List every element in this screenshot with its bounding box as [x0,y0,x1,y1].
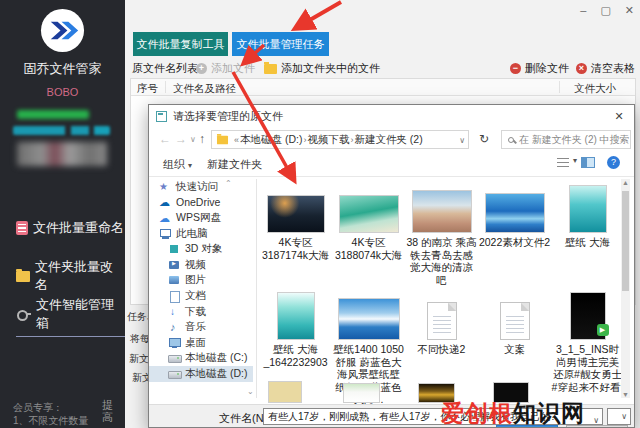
tree-item-音乐[interactable]: 音乐 [149,319,253,335]
file-name: 3_1_5_INS时尚男博主完美还原#靓女勇士#穿起来不好看! [552,343,624,393]
up-icon[interactable]: ↑ [199,132,205,146]
x-circle-icon: × [576,63,587,74]
redacted-text-block [17,142,107,166]
image-thumbnail-partial[interactable] [343,383,380,403]
tree-item-label: 文档 [185,289,206,303]
file-item[interactable]: 2022素材文件2 [478,181,551,286]
folder-tree-pane: 快速访问OneDriveWPS网盘此电脑3D 对象视频图片文档下载音乐桌面本地磁… [149,179,253,398]
tree-item-图片[interactable]: 图片 [149,273,253,289]
address-dropdown-icon[interactable]: ∨ [459,136,465,145]
vip-side-note: 提高 [102,399,114,423]
file-item[interactable]: 壁纸 大海 [551,181,624,286]
plus-circle-icon: + [196,63,207,74]
tree-item-此电脑[interactable]: 此电脑 [149,226,253,242]
watermark: 爱创根知识网 [441,398,585,428]
help-icon[interactable]: ? [607,156,620,169]
play-badge-icon: ▶ [597,324,609,336]
delete-files-button[interactable]: − 删除文件 [510,61,569,76]
sidebar-item-batch-rename[interactable]: 文件批量重命名 [16,219,124,237]
close-icon[interactable]: ✕ [625,4,634,17]
minimize-icon[interactable]: – [580,4,586,17]
maximize-icon[interactable]: ▢ [600,4,610,17]
dialog-titlebar[interactable]: 请选择要管理的原文件 ✕ [149,105,634,127]
history-chevron-icon[interactable]: ∨ [190,135,196,144]
tree-scroll-down-icon[interactable]: ⌄ [247,387,254,396]
breadcrumb-item[interactable]: 新建文件夹 (2) [354,133,422,145]
tree-item-文档[interactable]: 文档 [149,288,253,304]
document-file-icon [500,302,530,340]
file-grid: 4K专区 3187174k大海4K专区 3188074k大海38 的南京 乘高铁… [259,181,625,406]
tree-item-视频[interactable]: 视频 [149,257,253,273]
tree-item-label: 此电脑 [176,227,208,241]
tree-item-桌面[interactable]: 桌面 [149,335,253,351]
file-name: 文案 [479,343,551,356]
add-file-label: 添加文件 [211,61,255,76]
add-folder-files-button[interactable]: 添加文件夹中的文件 [264,61,380,76]
address-bar[interactable]: «本地磁盘 (D:)›视频下载›新建文件夹 (2) ∨ [211,130,469,149]
tree-item-快速访问[interactable]: 快速访问 [149,179,253,195]
tree-item-label: 图片 [185,273,206,287]
breadcrumb: «本地磁盘 (D:)›视频下载›新建文件夹 (2) [233,133,423,147]
tree-item-下载[interactable]: 下载 [149,304,253,320]
tree-scroll-up-icon[interactable]: ⌃ [225,179,232,188]
batch-manage-task-button[interactable]: 文件批量管理任务 [232,32,329,56]
file-thumbnail-area [478,286,551,340]
file-item[interactable]: ▶3_1_5_INS时尚男博主完美还原#靓女勇士#穿起来不好看! [551,286,624,406]
tree-item-label: 本地磁盘 (D:) [185,367,247,381]
combobox-dropdown-icon[interactable]: ∨ [593,413,599,425]
sidebar-item-label: 文件智能管理箱 [36,296,125,332]
video-thumbnail: ▶ [570,292,606,340]
pc-icon [159,228,172,240]
desktop-icon [168,337,181,349]
file-thumbnail-area [332,181,405,233]
forward-icon[interactable]: → [175,132,187,146]
file-item[interactable]: 38 的南京 乘高铁去青岛去感觉大海的清凉吧 [405,181,478,286]
tree-item-label: 桌面 [185,336,206,350]
dialog-close-icon[interactable]: ✕ [604,105,634,127]
breadcrumb-item[interactable]: 本地磁盘 (D:) [240,133,302,145]
tree-item-本地磁盘 (D:)[interactable]: 本地磁盘 (D:) [149,366,253,382]
batch-copy-tool-button[interactable]: 文件批量复制工具 [133,32,228,56]
username: BOBO [0,86,125,98]
back-icon[interactable]: ← [159,132,171,146]
tree-item-本地磁盘 (C:)[interactable]: 本地磁盘 (C:) [149,351,253,367]
add-folder-label: 添加文件夹中的文件 [281,61,380,76]
file-thumbnail-area [405,286,478,340]
vip-note: 会员专享： 1、不限文件数量 [13,401,89,427]
file-item[interactable]: 4K专区 3187174k大海 [259,181,332,286]
redacted-text-teal [13,126,110,135]
clear-table-button[interactable]: × 清空表格 [576,61,635,76]
add-file-button[interactable]: + 添加文件 [196,61,255,76]
tree-item-WPS网盘[interactable]: WPS网盘 [149,210,253,226]
file-thumbnail-area [405,181,478,233]
folder-yellow-icon [16,271,30,282]
image-thumbnail-partial[interactable] [268,381,302,403]
new-folder-button[interactable]: 新建文件夹 [207,157,262,172]
scroll-down-icon[interactable]: ▼ [621,391,630,398]
sidebar-item-smart-manager[interactable]: 文件智能管理箱 [16,296,125,337]
refresh-icon[interactable]: ↻ [479,132,489,146]
search-placeholder: 在 新建文件夹 (2) 中搜索 [519,133,630,147]
image-thumbnail [485,193,545,233]
tree-item-label: 3D 对象 [185,242,222,256]
file-item[interactable]: 4K专区 3188074k大海 [332,181,405,286]
scroll-up-icon[interactable]: ▲ [621,179,630,186]
tree-item-OneDrive[interactable]: OneDrive [149,195,253,211]
tree-item-3D 对象[interactable]: 3D 对象 [149,241,253,257]
search-input[interactable]: 在 新建文件夹 (2) 中搜索 [501,130,631,149]
organize-button[interactable]: 组织 ▾ [163,157,192,172]
drive-icon [168,368,181,380]
file-list-scrollbar[interactable]: ▲ ▼ [621,179,630,398]
sidebar-item-folder-rename[interactable]: 文件夹批量改名 [16,258,125,294]
breadcrumb-item[interactable]: 视频下载 [307,133,349,145]
view-list-icon[interactable] [557,158,569,168]
file-thumbnail-area [478,181,551,233]
image-thumbnail [339,195,399,233]
filetype-combobox[interactable] [607,408,631,425]
scrollbar-thumb[interactable] [622,191,629,291]
file-thumbnail-area [332,286,405,340]
file-name: 壁纸 大海 [552,236,624,249]
app-logo-icon [39,7,86,54]
file-picker-dialog: 请选择要管理的原文件 ✕ ← → ∨ ↑ «本地磁盘 (D:)›视频下载›新建文… [148,104,635,428]
preview-pane-icon[interactable] [581,157,595,168]
